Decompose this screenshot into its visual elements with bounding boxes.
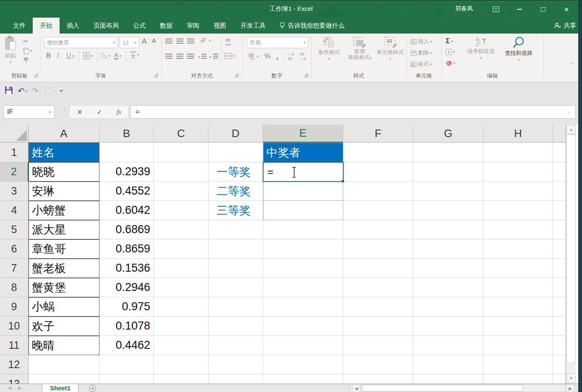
cell-filler-4[interactable] — [553, 201, 566, 220]
tab-developer[interactable]: 开发工具 — [233, 18, 273, 34]
cell-G11[interactable] — [413, 336, 483, 355]
name-box-dropdown-arrow[interactable]: ▾ — [49, 110, 51, 114]
clear-button[interactable]: ▾ — [446, 60, 455, 66]
cell-G3[interactable] — [413, 182, 483, 201]
cell-B6[interactable]: 0.8659 — [99, 239, 154, 259]
delete-cells-button[interactable]: 删除▾ — [410, 49, 432, 57]
cell-H6[interactable] — [483, 239, 553, 259]
accounting-format-button[interactable]: ▾ — [248, 53, 258, 60]
cell-E1[interactable]: 中奖者 — [263, 143, 343, 162]
orientation-button[interactable]: ab — [198, 36, 207, 44]
align-left-button[interactable] — [165, 54, 172, 59]
cell-G9[interactable] — [413, 297, 483, 317]
format-painter-button[interactable] — [23, 57, 29, 64]
cell-F10[interactable] — [343, 317, 413, 336]
column-header-partial[interactable] — [553, 125, 566, 143]
row-header-1[interactable]: 1 — [0, 143, 29, 162]
cell-H9[interactable] — [483, 297, 553, 317]
row-header-6[interactable]: 6 — [0, 239, 29, 259]
align-center-button[interactable] — [176, 54, 183, 59]
cell-F9[interactable] — [343, 297, 413, 317]
cell-B1[interactable] — [99, 143, 154, 162]
autosum-button[interactable]: Σ▾ — [446, 37, 453, 45]
row-header-7[interactable]: 7 — [0, 259, 29, 278]
cell-G6[interactable] — [413, 239, 483, 259]
cancel-entry-button[interactable]: ✕ — [77, 108, 82, 116]
scroll-left-icon[interactable]: ◀ — [352, 384, 360, 392]
close-button[interactable]: ✕ — [555, 0, 578, 18]
row-header-4[interactable]: 4 — [0, 201, 29, 220]
cell-H8[interactable] — [483, 278, 553, 297]
tab-review[interactable]: 审阅 — [180, 18, 206, 34]
cell-B7[interactable]: 0.1536 — [99, 259, 154, 278]
cell-E10[interactable] — [263, 317, 343, 336]
column-header-G[interactable]: G — [413, 125, 483, 143]
cell-D9[interactable] — [209, 297, 263, 317]
paste-button[interactable]: 粘贴 ▾ — [4, 36, 17, 64]
redo-button[interactable]: ↷▾ — [31, 86, 41, 96]
cell-E11[interactable] — [263, 336, 343, 355]
enter-entry-button[interactable]: ✓ — [97, 108, 102, 116]
cell-A8[interactable]: 蟹黄堡 — [29, 278, 99, 297]
cell-B9[interactable]: 0.975 — [99, 297, 154, 317]
insert-cells-button[interactable]: 插入▾ — [410, 38, 432, 45]
cell-F7[interactable] — [343, 259, 413, 278]
cell-F2[interactable] — [343, 162, 413, 182]
cell-filler-2[interactable] — [553, 162, 566, 182]
cell-D2[interactable]: 一等奖 — [209, 162, 263, 182]
cell-A5[interactable]: 派大星 — [29, 220, 99, 239]
share-button[interactable]: 共享 — [554, 18, 576, 34]
scroll-up-icon[interactable]: ▲ — [566, 125, 576, 134]
borders-button[interactable]: ▾ — [83, 52, 93, 60]
column-header-B[interactable]: B — [99, 125, 154, 143]
cell-B10[interactable]: 0.1078 — [99, 317, 154, 336]
cell-H4[interactable] — [483, 201, 553, 220]
comma-style-button[interactable]: , — [276, 51, 279, 61]
save-button[interactable] — [4, 86, 13, 96]
user-account[interactable]: 郑春凤 — [455, 5, 473, 13]
cell-H2[interactable] — [483, 162, 553, 182]
cell-A1[interactable]: 姓名 — [29, 143, 99, 162]
formula-bar-expand-icon[interactable]: ⌄ — [567, 110, 570, 114]
tab-view[interactable]: 视图 — [206, 18, 233, 34]
cell-A2[interactable]: 晓晓 — [29, 162, 99, 182]
cell-G4[interactable] — [413, 201, 483, 220]
cell-E7[interactable] — [263, 259, 343, 278]
collapse-ribbon-icon[interactable]: ⌃ — [571, 62, 574, 67]
cell-D4[interactable]: 三等奖 — [209, 201, 263, 220]
percent-style-button[interactable]: % — [264, 52, 271, 60]
cell-E8[interactable] — [263, 278, 343, 297]
horizontal-scrollbar[interactable] — [361, 384, 566, 392]
cell-A6[interactable]: 章鱼哥 — [29, 239, 99, 259]
cell-H10[interactable] — [483, 317, 553, 336]
decrease-decimal-button[interactable]: .00 →.0 — [299, 52, 306, 61]
cell-H3[interactable] — [483, 182, 553, 201]
fill-handle[interactable] — [341, 179, 345, 183]
cell-D11[interactable] — [209, 336, 263, 355]
cell-A7[interactable]: 蟹老板 — [29, 259, 99, 278]
ribbon-display-options-button[interactable] — [484, 0, 508, 18]
cell-filler-10[interactable] — [553, 317, 566, 336]
cell-C7[interactable] — [154, 259, 209, 278]
cell-H7[interactable] — [483, 259, 553, 278]
column-header-D[interactable]: D — [209, 125, 263, 143]
cell-D7[interactable] — [209, 259, 263, 278]
sort-filter-button[interactable]: AZ 排序和筛选▾ — [465, 37, 497, 60]
column-header-H[interactable]: H — [483, 125, 553, 143]
cell-B3[interactable]: 0.4552 — [99, 182, 154, 201]
cell-C11[interactable] — [154, 336, 209, 355]
tab-page-layout[interactable]: 页面布局 — [86, 18, 126, 34]
bottom-align-button[interactable] — [187, 39, 194, 44]
new-sheet-button[interactable]: + — [89, 385, 96, 392]
row-header-5[interactable]: 5 — [0, 220, 29, 239]
increase-font-button[interactable]: Aˆ — [142, 37, 149, 46]
format-cells-button[interactable]: 格式▾ — [410, 60, 432, 68]
cell-G7[interactable] — [413, 259, 483, 278]
name-box[interactable]: IF▾ — [3, 105, 55, 119]
cell-B5[interactable]: 0.6869 — [99, 220, 154, 239]
tab-home[interactable]: 开始 — [33, 18, 60, 34]
row-header-10[interactable]: 10 — [0, 317, 29, 336]
bold-button[interactable]: B — [46, 52, 51, 60]
row-header-9[interactable]: 9 — [0, 297, 29, 317]
tell-me-box[interactable]: 告诉我你想要做什么 — [279, 18, 345, 34]
